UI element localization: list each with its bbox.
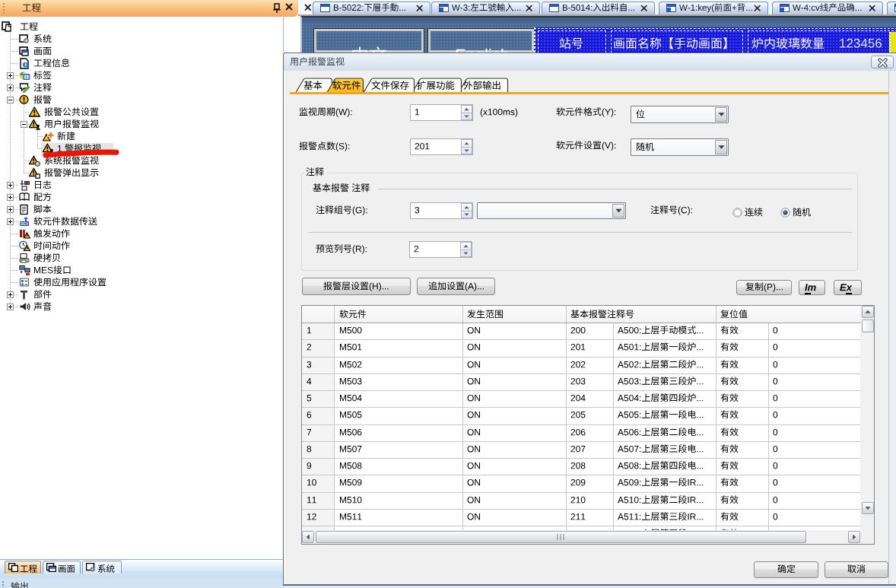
svg-text:DEV: DEV [21, 221, 29, 226]
